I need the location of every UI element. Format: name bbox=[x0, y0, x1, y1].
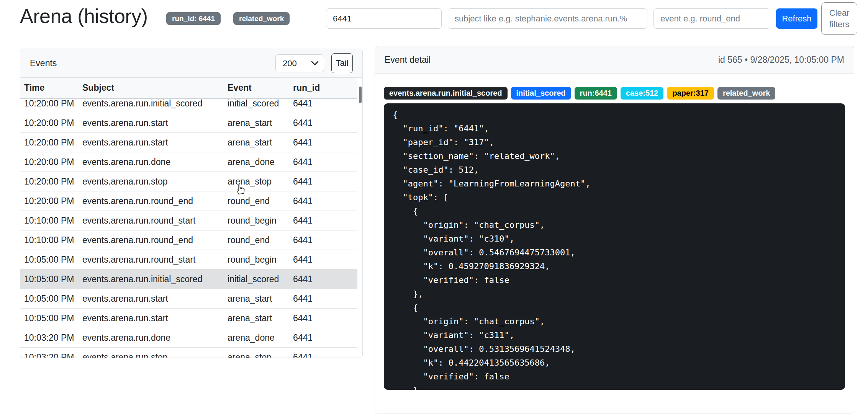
detail-badge: initial_scored bbox=[511, 87, 571, 100]
events-panel-title: Events bbox=[30, 58, 57, 69]
cell-subject: events.arena.run.stop bbox=[79, 352, 224, 358]
column-header-event: Event bbox=[224, 83, 289, 93]
cell-event: arena_start bbox=[224, 313, 289, 324]
clear-filters-button[interactable]: Clear filters bbox=[821, 2, 857, 35]
events-scrollbar-thumb[interactable] bbox=[359, 87, 362, 103]
cell-event: arena_done bbox=[224, 333, 289, 343]
detail-badge: run:6441 bbox=[575, 87, 617, 100]
cell-run: 6441 bbox=[289, 352, 357, 358]
table-row[interactable]: 10:20:00 PMevents.arena.run.startarena_s… bbox=[20, 113, 357, 132]
cell-run: 6441 bbox=[289, 118, 357, 128]
cell-time: 10:05:00 PM bbox=[20, 294, 79, 304]
table-row[interactable]: 10:20:00 PMevents.arena.run.round_endrou… bbox=[20, 191, 357, 211]
cell-time: 10:10:00 PM bbox=[20, 216, 79, 226]
events-table-body: 10:20:00 PMevents.arena.run.initial_scor… bbox=[20, 99, 357, 358]
run-id-input[interactable] bbox=[326, 8, 442, 29]
table-row[interactable]: 10:03:20 PMevents.arena.run.donearena_do… bbox=[20, 328, 357, 347]
filter-badge-run-id: run_id: 6441 bbox=[166, 12, 221, 25]
cell-event: arena_start bbox=[224, 118, 289, 128]
table-row[interactable]: 10:20:00 PMevents.arena.run.stoparena_st… bbox=[20, 172, 357, 191]
filter-badge-section: related_work bbox=[233, 12, 290, 25]
subject-filter-input[interactable] bbox=[448, 8, 647, 29]
column-header-run-id: run_id bbox=[289, 83, 357, 93]
cell-run: 6441 bbox=[289, 235, 357, 245]
events-panel-header: Events 200 Tail bbox=[20, 49, 362, 78]
cell-subject: events.arena.run.round_start bbox=[79, 255, 224, 265]
cell-subject: events.arena.run.start bbox=[79, 137, 224, 148]
cell-run: 6441 bbox=[289, 216, 357, 226]
cell-run: 6441 bbox=[289, 196, 357, 206]
cell-event: initial_scored bbox=[224, 274, 289, 284]
cell-event: arena_stop bbox=[224, 352, 289, 358]
table-row[interactable]: 10:20:00 PMevents.arena.run.donearena_do… bbox=[20, 152, 357, 172]
cell-event: arena_start bbox=[224, 294, 289, 304]
cell-subject: events.arena.run.round_end bbox=[79, 235, 224, 245]
table-row[interactable]: 10:20:00 PMevents.arena.run.startarena_s… bbox=[20, 132, 357, 152]
detail-badge: case:512 bbox=[621, 87, 664, 100]
event-json-viewer[interactable]: { "run_id": "6441", "paper_id": "317", "… bbox=[384, 103, 845, 390]
cell-event: arena_done bbox=[224, 157, 289, 167]
cell-subject: events.arena.run.round_start bbox=[79, 216, 224, 226]
table-row[interactable]: 10:03:20 PMevents.arena.run.stoparena_st… bbox=[20, 347, 357, 358]
table-row[interactable]: 10:10:00 PMevents.arena.run.round_startr… bbox=[20, 211, 357, 230]
table-row[interactable]: 10:10:00 PMevents.arena.run.round_endrou… bbox=[20, 230, 357, 250]
cell-event: round_end bbox=[224, 235, 289, 245]
event-detail-panel: Event detail id 565 • 9/28/2025, 10:05:0… bbox=[375, 46, 854, 413]
cell-time: 10:03:20 PM bbox=[20, 333, 79, 343]
cell-run: 6441 bbox=[289, 274, 357, 284]
cell-event: round_begin bbox=[224, 255, 289, 265]
cell-time: 10:05:00 PM bbox=[20, 255, 79, 265]
cell-subject: events.arena.run.start bbox=[79, 313, 224, 324]
cell-subject: events.arena.run.stop bbox=[79, 176, 224, 187]
limit-select[interactable]: 200 bbox=[275, 54, 324, 72]
page-title: Arena (history) bbox=[20, 5, 148, 28]
cell-event: round_begin bbox=[224, 216, 289, 226]
cell-event: arena_start bbox=[224, 137, 289, 148]
cell-time: 10:20:00 PM bbox=[20, 157, 79, 167]
cell-run: 6441 bbox=[289, 137, 357, 148]
cell-event: initial_scored bbox=[224, 99, 289, 109]
tail-button[interactable]: Tail bbox=[331, 53, 353, 73]
limit-select-wrap: 200 bbox=[275, 54, 324, 72]
cell-time: 10:03:20 PM bbox=[20, 352, 79, 358]
cell-time: 10:20:00 PM bbox=[20, 176, 79, 187]
cell-run: 6441 bbox=[289, 99, 357, 109]
cell-time: 10:20:00 PM bbox=[20, 99, 79, 109]
event-detail-meta: id 565 • 9/28/2025, 10:05:00 PM bbox=[718, 55, 844, 65]
table-row[interactable]: 10:05:00 PMevents.arena.run.startarena_s… bbox=[20, 308, 357, 328]
cell-subject: events.arena.run.initial_scored bbox=[79, 274, 224, 284]
cell-run: 6441 bbox=[289, 157, 357, 167]
cell-run: 6441 bbox=[289, 176, 357, 187]
detail-badges: events.arena.run.initial_scoredinitial_s… bbox=[384, 87, 845, 100]
refresh-button[interactable]: Refresh bbox=[776, 8, 817, 29]
cell-run: 6441 bbox=[289, 333, 357, 343]
cell-run: 6441 bbox=[289, 255, 357, 265]
detail-badge: related_work bbox=[717, 87, 775, 100]
table-row[interactable]: 10:05:00 PMevents.arena.run.round_startr… bbox=[20, 250, 357, 269]
events-table: Time Subject Event run_id 10:20:00 PMeve… bbox=[20, 78, 357, 358]
cell-event: arena_stop bbox=[224, 176, 289, 187]
detail-badge: paper:317 bbox=[667, 87, 714, 100]
column-header-time: Time bbox=[20, 83, 79, 93]
cell-subject: events.arena.run.done bbox=[79, 157, 224, 167]
cell-time: 10:10:00 PM bbox=[20, 235, 79, 245]
cell-subject: events.arena.run.done bbox=[79, 333, 224, 343]
detail-badge: events.arena.run.initial_scored bbox=[384, 87, 508, 100]
cell-time: 10:20:00 PM bbox=[20, 196, 79, 206]
cell-time: 10:05:00 PM bbox=[20, 313, 79, 324]
cell-run: 6441 bbox=[289, 294, 357, 304]
cell-time: 10:05:00 PM bbox=[20, 274, 79, 284]
table-row[interactable]: 10:20:00 PMevents.arena.run.initial_scor… bbox=[20, 99, 357, 113]
table-row[interactable]: 10:05:00 PMevents.arena.run.initial_scor… bbox=[20, 269, 357, 289]
table-row[interactable]: 10:05:00 PMevents.arena.run.startarena_s… bbox=[20, 289, 357, 308]
cell-run: 6441 bbox=[289, 313, 357, 324]
event-detail-body: events.arena.run.initial_scoredinitial_s… bbox=[375, 74, 854, 390]
event-filter-input[interactable] bbox=[653, 8, 770, 29]
event-detail-title: Event detail bbox=[385, 55, 431, 65]
cell-time: 10:20:00 PM bbox=[20, 118, 79, 128]
events-panel: Events 200 Tail Time Subject Event run_i… bbox=[20, 49, 363, 358]
events-table-header: Time Subject Event run_id bbox=[20, 78, 357, 99]
cell-subject: events.arena.run.start bbox=[79, 294, 224, 304]
cell-subject: events.arena.run.start bbox=[79, 118, 224, 128]
cell-event: round_end bbox=[224, 196, 289, 206]
